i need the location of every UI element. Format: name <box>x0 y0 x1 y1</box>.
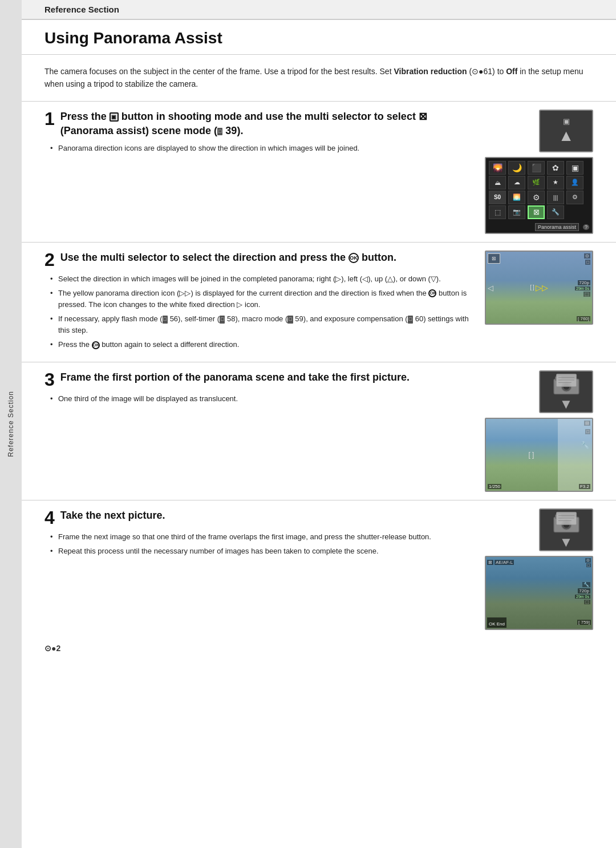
translucent-overlay <box>558 419 592 491</box>
step-4-camera-svg <box>549 510 583 535</box>
step-4-number-title: 4 Take the next picture. <box>44 508 473 527</box>
svg-rect-12 <box>556 512 576 524</box>
step-4-camera-icon: ▼ <box>539 508 593 551</box>
step-1-bullets: Panorama direction icons are displayed t… <box>44 143 473 154</box>
intro-section: The camera focuses on the subject in the… <box>22 55 616 101</box>
step-2-left: 2 Use the multi selector to select the d… <box>44 251 473 354</box>
step-1-images: ▣ ▲ 🌄 🌙 ⬛ ✿ ▣ ⛰ ☁ <box>485 110 593 234</box>
reference-section-title: Reference Section <box>44 5 119 14</box>
svg-rect-4 <box>556 374 576 386</box>
step-4-left: 4 Take the next picture. Frame the next … <box>44 508 473 560</box>
step-3-title: Frame the first portion of the panorama … <box>60 370 410 385</box>
step-2-screen-inner: ⊠ ⊙ □ ◁ <box>486 252 592 324</box>
step-1-number-title: 1 Press the ▣ button in shooting mode an… <box>44 110 473 138</box>
step-2-pano-screen: ⊠ ⊙ □ ◁ <box>485 251 593 325</box>
step-3-row: 3 Frame the first portion of the panoram… <box>44 370 593 492</box>
step-3-images: ▼ ⊟ □ <box>485 370 593 492</box>
step-2-bullet-2: The yellow panorama direction icon (▷▷) … <box>50 288 473 310</box>
page-title: Using Panorama Assist <box>44 29 593 47</box>
step-4-bullets: Frame the next image so that one third o… <box>44 531 473 557</box>
step-4-number: 4 <box>44 508 55 527</box>
step-4-row: 4 Take the next picture. Frame the next … <box>44 508 593 630</box>
step-1-number: 1 <box>44 110 55 128</box>
footer: ⊙●2 <box>22 638 616 659</box>
step-3-screen-inner: ⊟ □ [ ] 🔧 <box>486 419 592 491</box>
step-1-camera-icon: ▣ ▲ <box>539 110 593 152</box>
step-2: 2 Use the multi selector to select the d… <box>22 242 616 362</box>
step-1: 1 Press the ▣ button in shooting mode an… <box>22 101 616 242</box>
step-1-menu-screen: 🌄 🌙 ⬛ ✿ ▣ ⛰ ☁ 🌿 ★ 👤 S0 🌅 ⚙ <box>485 157 593 234</box>
step-2-row: 2 Use the multi selector to select the d… <box>44 251 593 354</box>
page-wrapper: Reference Section Reference Section Usin… <box>0 0 616 848</box>
sidebar: Reference Section <box>0 0 22 848</box>
step-2-number: 2 <box>44 251 55 269</box>
step-3-number: 3 <box>44 370 55 389</box>
step-2-bullet-1: Select the direction in which images wil… <box>50 273 473 285</box>
step-3-bullet-1: One third of the image will be displayed… <box>50 393 473 405</box>
step-1-row: 1 Press the ▣ button in shooting mode an… <box>44 110 593 234</box>
step-4: 4 Take the next picture. Frame the next … <box>22 500 616 638</box>
step-3-bullets: One third of the image will be displayed… <box>44 393 473 405</box>
step-2-bullet-4: Press the OK button again to select a di… <box>50 339 473 350</box>
step-3-number-title: 3 Frame the first portion of the panoram… <box>44 370 473 389</box>
step-3: 3 Frame the first portion of the panoram… <box>22 362 616 500</box>
step-1-title: Press the ▣ button in shooting mode and … <box>60 110 473 138</box>
step-2-images: ⊠ ⊙ □ ◁ <box>485 251 593 325</box>
step-4-bullet-1: Frame the next image so that one third o… <box>50 531 473 543</box>
step-2-number-title: 2 Use the multi selector to select the d… <box>44 251 473 269</box>
main-content: Reference Section Using Panorama Assist … <box>22 0 616 848</box>
step-3-left: 3 Frame the first portion of the panoram… <box>44 370 473 407</box>
step-1-left: 1 Press the ▣ button in shooting mode an… <box>44 110 473 158</box>
step-4-title: Take the next picture. <box>60 508 165 523</box>
sidebar-label: Reference Section <box>7 391 15 457</box>
step-2-bullets: Select the direction in which images wil… <box>44 273 473 351</box>
step-2-bullet-3: If necessary, apply flash mode (□ 56), s… <box>50 313 473 336</box>
step-4-pano-screen: ⊠ AE/AF-L ⊙ □ 🔧 7 <box>485 556 593 630</box>
step-3-camera-icon: ▼ <box>539 370 593 413</box>
header-section: Reference Section <box>22 0 616 20</box>
step-1-bullet-1: Panorama direction icons are displayed t… <box>50 143 473 154</box>
intro-text: The camera focuses on the subject in the… <box>44 65 593 91</box>
step-2-title: Use the multi selector to select the dir… <box>60 251 396 265</box>
step-4-bullet-2: Repeat this process until the necessary … <box>50 546 473 557</box>
step-4-images: ▼ ⊠ AE/AF-L ⊙ <box>485 508 593 630</box>
step-3-pano-screen: ⊟ □ [ ] 🔧 <box>485 418 593 492</box>
footer-page-number: ⊙●2 <box>44 644 60 653</box>
step-3-camera-svg <box>549 371 583 397</box>
page-title-section: Using Panorama Assist <box>22 20 616 55</box>
